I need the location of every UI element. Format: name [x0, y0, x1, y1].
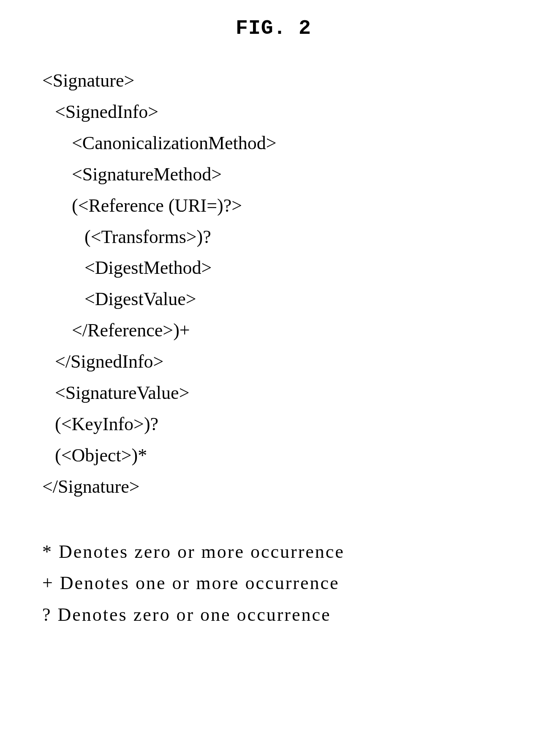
code-line: </SignedInfo>: [42, 346, 505, 377]
xml-schema-block: <Signature> <SignedInfo> <Canonicalizati…: [42, 65, 505, 502]
code-line: </Reference>)+: [42, 315, 505, 346]
code-line: <SignedInfo>: [42, 96, 505, 128]
code-line: </Signature>: [42, 471, 505, 502]
code-line: <CanonicalizationMethod>: [42, 128, 505, 159]
code-line: <Signature>: [42, 65, 505, 96]
code-line: (<Transforms>)?: [42, 221, 505, 253]
legend-question: ? Denotes zero or one occurrence: [42, 599, 505, 631]
code-line: (<KeyInfo>)?: [42, 409, 505, 440]
code-line: (<Reference (URI=)?>: [42, 190, 505, 221]
code-line: <SignatureMethod>: [42, 159, 505, 190]
code-line: (<Object>)*: [42, 440, 505, 471]
code-line: <SignatureValue>: [42, 377, 505, 409]
legend-plus: + Denotes one or more occurrence: [42, 568, 505, 599]
figure-title: FIG. 2: [42, 17, 505, 40]
code-line: <DigestValue>: [42, 284, 505, 315]
code-line: <DigestMethod>: [42, 252, 505, 284]
legend-star: * Denotes zero or more occurrence: [42, 536, 505, 568]
legend-block: * Denotes zero or more occurrence + Deno…: [42, 536, 505, 631]
